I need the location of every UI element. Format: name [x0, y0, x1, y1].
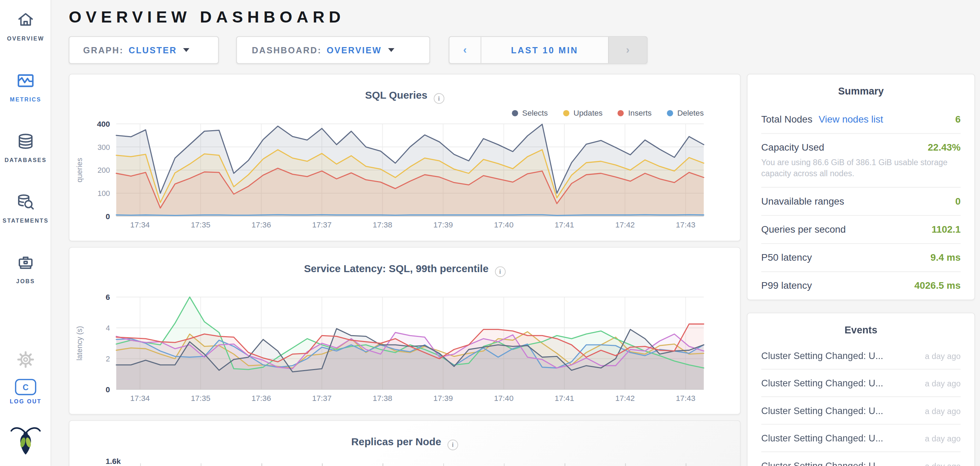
svg-text:400: 400 — [97, 120, 110, 128]
chevron-right-icon: › — [626, 44, 630, 56]
summary-row-capacity: Capacity Used 22.43% You are using 86.6 … — [761, 134, 961, 188]
sql-queries-card: SQL Queriesi Selects Updates Inserts Del… — [69, 74, 741, 241]
legend-dot — [618, 110, 624, 116]
summary-title: Summary — [748, 75, 974, 97]
legend-dot — [511, 110, 518, 116]
event-row[interactable]: Cluster Setting Changed: U... a day ago — [761, 369, 961, 397]
logout-button[interactable]: C LOG OUT — [0, 379, 51, 405]
svg-text:300: 300 — [98, 143, 110, 152]
x-axis-ticks — [140, 463, 706, 466]
svg-text:100: 100 — [98, 189, 110, 198]
event-row[interactable]: Cluster Setting Changed: U... a day ago — [761, 425, 961, 452]
info-icon[interactable]: i — [495, 266, 506, 277]
chart-title: SQL Queries — [365, 89, 427, 101]
cockroach-c-icon: C — [15, 379, 36, 395]
svg-text:17:37: 17:37 — [312, 220, 331, 229]
y-axis-tick: 1.6k — [105, 457, 121, 466]
summary-row-p99: P99 latency 4026.5 ms — [761, 272, 961, 300]
qps-value: 1102.1 — [932, 224, 961, 235]
event-row[interactable]: Cluster Setting Changed: U... a day ago — [761, 397, 961, 425]
sidebar-item-metrics[interactable]: METRICS — [0, 71, 51, 102]
svg-text:4: 4 — [106, 324, 110, 332]
events-rows: Cluster Setting Changed: U... a day ago … — [748, 336, 974, 466]
sidebar-item-databases[interactable]: DATABASES — [0, 131, 51, 163]
graph-dropdown[interactable]: GRAPH: CLUSTER — [69, 36, 219, 64]
chart-title: Service Latency: SQL, 99th percentile — [304, 263, 488, 274]
unavailable-ranges-value: 0 — [955, 196, 961, 207]
svg-text:queries: queries — [75, 158, 84, 182]
svg-text:17:40: 17:40 — [494, 220, 514, 229]
svg-text:17:34: 17:34 — [130, 394, 150, 403]
svg-text:17:41: 17:41 — [555, 394, 574, 403]
svg-text:0: 0 — [105, 212, 110, 221]
chevron-down-icon — [183, 48, 189, 52]
sidebar-item-label: METRICS — [10, 96, 41, 102]
svg-text:17:43: 17:43 — [676, 220, 695, 229]
sidebar-item-label: OVERVIEW — [7, 36, 44, 42]
svg-text:17:43: 17:43 — [676, 394, 695, 403]
svg-text:17:42: 17:42 — [615, 220, 635, 229]
briefcase-icon — [16, 253, 36, 275]
chevron-left-icon: ‹ — [463, 44, 467, 56]
svg-text:2: 2 — [106, 354, 110, 363]
time-range-selector: ‹ LAST 10 MIN › — [449, 36, 648, 64]
info-icon[interactable]: i — [447, 439, 458, 450]
graph-dropdown-label: GRAPH: — [83, 45, 124, 55]
page-title: OVERVIEW DASHBOARD — [69, 8, 345, 27]
total-nodes-value: 6 — [955, 114, 961, 125]
event-row[interactable]: Cluster Setting Changed: U... a day ago — [761, 342, 961, 369]
dashboard-dropdown-label: DASHBOARD: — [252, 45, 322, 55]
time-next-button[interactable]: › — [608, 37, 647, 63]
logout-label: LOG OUT — [10, 399, 41, 405]
event-row[interactable]: Cluster Setting Changed: U... a day ago — [761, 452, 961, 466]
sidebar: OVERVIEW METRICS DATABASES — [0, 0, 51, 466]
home-icon — [16, 10, 36, 32]
settings-button[interactable] — [0, 351, 51, 371]
summary-rows: Total Nodes View nodes list 6 Capacity U… — [748, 97, 974, 303]
legend-dot — [667, 110, 673, 116]
summary-row-unavailable-ranges: Unavailable ranges 0 — [761, 188, 961, 216]
summary-row-qps: Queries per second 1102.1 — [761, 216, 961, 244]
chart-title-row: SQL Queriesi — [69, 89, 740, 104]
legend-item-selects[interactable]: Selects — [511, 109, 548, 117]
svg-text:17:34: 17:34 — [130, 220, 150, 229]
svg-text:6: 6 — [105, 293, 110, 302]
sidebar-item-overview[interactable]: OVERVIEW — [0, 10, 51, 42]
svg-text:17:42: 17:42 — [615, 394, 635, 403]
legend-item-inserts[interactable]: Inserts — [618, 109, 652, 117]
time-range-value[interactable]: LAST 10 MIN — [480, 37, 608, 63]
svg-text:17:40: 17:40 — [494, 394, 514, 403]
legend-item-updates[interactable]: Updates — [563, 109, 603, 117]
metrics-icon — [16, 71, 36, 93]
info-icon[interactable]: i — [434, 93, 444, 104]
events-title: Events — [748, 313, 974, 336]
sidebar-item-statements[interactable]: STATEMENTS — [0, 192, 51, 223]
svg-text:17:36: 17:36 — [251, 394, 271, 403]
svg-text:17:38: 17:38 — [373, 220, 392, 229]
svg-text:17:36: 17:36 — [251, 220, 271, 229]
sidebar-item-label: STATEMENTS — [3, 218, 49, 224]
graph-dropdown-value: CLUSTER — [129, 45, 177, 55]
sidebar-item-label: DATABASES — [5, 157, 47, 163]
capacity-used-value: 22.43% — [928, 142, 961, 153]
chart-title-row: Replicas per Nodei — [69, 436, 740, 450]
summary-panel: Summary Total Nodes View nodes list 6 Ca… — [747, 74, 975, 300]
svg-text:17:37: 17:37 — [312, 394, 331, 403]
p50-latency-value: 9.4 ms — [931, 252, 961, 263]
summary-row-p50: P50 latency 9.4 ms — [761, 244, 961, 272]
svg-text:17:41: 17:41 — [555, 220, 574, 229]
dashboard-dropdown[interactable]: DASHBOARD: OVERVIEW — [236, 36, 430, 64]
view-nodes-list-link[interactable]: View nodes list — [819, 114, 883, 125]
cockroach-bug-icon — [10, 423, 41, 459]
time-prev-button[interactable]: ‹ — [450, 37, 480, 63]
legend-item-deletes[interactable]: Deletes — [667, 109, 703, 117]
replicas-per-node-card: Replicas per Nodei 1.6k — [69, 420, 741, 466]
svg-text:17:35: 17:35 — [191, 394, 210, 403]
sidebar-item-jobs[interactable]: JOBS — [0, 253, 51, 284]
cockroach-logo — [0, 423, 51, 459]
service-latency-card: Service Latency: SQL, 99th percentilei 1… — [69, 247, 741, 415]
chart-title: Replicas per Node — [351, 436, 441, 447]
dashboard-dropdown-value: OVERVIEW — [327, 45, 382, 55]
summary-row-total-nodes: Total Nodes View nodes list 6 — [761, 105, 961, 134]
legend-dot — [563, 110, 569, 116]
